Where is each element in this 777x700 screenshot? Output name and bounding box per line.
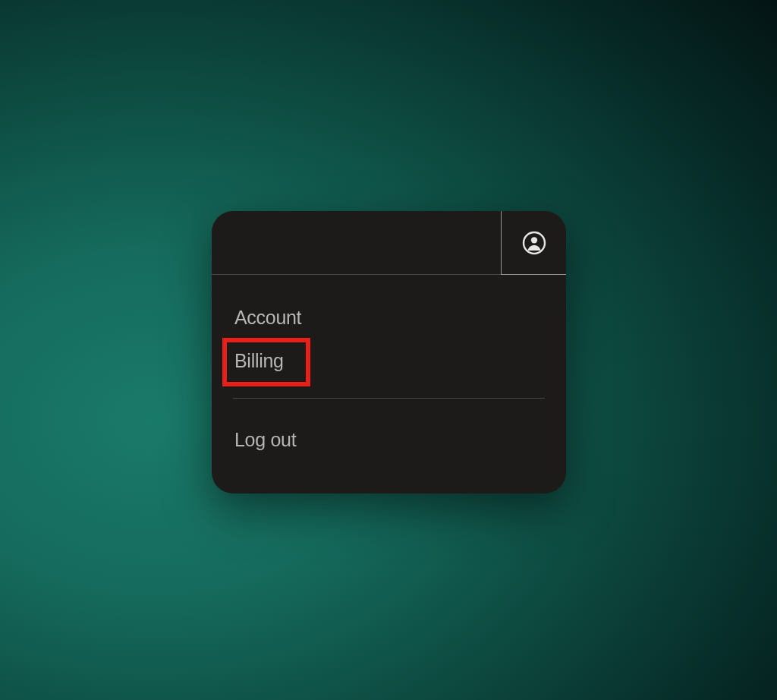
popover-header [212, 211, 566, 275]
menu-item-billing[interactable]: Billing [233, 339, 285, 383]
menu-item-label: Log out [234, 429, 296, 450]
user-menu-popover: Account Billing Log out [212, 211, 566, 493]
menu-items: Account Billing [212, 275, 566, 389]
menu-item-account[interactable]: Account [233, 296, 545, 339]
logout-section: Log out [212, 399, 566, 493]
menu-item-label: Billing [234, 350, 284, 371]
avatar-button[interactable] [501, 211, 566, 275]
menu-item-label: Account [234, 307, 301, 328]
user-circle-icon [522, 231, 546, 255]
menu-item-logout[interactable]: Log out [233, 418, 545, 462]
svg-point-1 [530, 237, 536, 243]
